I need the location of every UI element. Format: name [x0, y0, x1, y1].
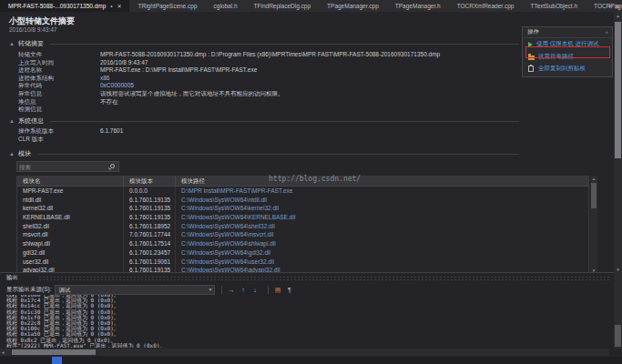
clipboard-icon: [528, 66, 534, 72]
output-source-value: 调试: [58, 287, 70, 293]
tab-file-3[interactable]: TFindReplaceDlg.cpp: [246, 0, 320, 12]
output-source-label: 显示输出来源(S):: [6, 286, 51, 294]
summary-field-row: 操作系统版本6.1.7601: [18, 127, 519, 136]
system-info-fields: 操作系统版本6.1.7601 CLR 版本: [18, 127, 519, 143]
collapse-arrow-icon: ▲: [9, 118, 15, 124]
summary-field-row: 检测信息: [18, 106, 519, 114]
section-dump-summary-header[interactable]: ▲ 转储摘要: [9, 39, 519, 48]
actions-panel: 操作 ˄ 使用 仅限本机 进行调试 设置符号路径 全部复制到剪贴板: [522, 26, 613, 77]
module-row[interactable]: msvcrt.dll7.0.7601.17744C:\Windows\SysWO…: [17, 230, 588, 239]
section-modules-header[interactable]: ▲ 模块: [9, 149, 519, 158]
chevron-down-icon[interactable]: ▾: [608, 3, 611, 9]
actions-panel-header[interactable]: 操作 ˄: [523, 27, 612, 38]
summary-field-row: CLR 版本: [18, 136, 519, 144]
watermark: http://blog.csdn.net/: [269, 175, 361, 183]
module-row[interactable]: advapi32.dll6.1.7601.19135C:\Windows\Sys…: [17, 266, 588, 273]
output-horizontal-scrollbar[interactable]: ◂: [0, 349, 609, 356]
tab-label: TPageManager.h: [395, 3, 441, 9]
status-bar: [0, 357, 622, 364]
tab-file-1[interactable]: TRightPageScene.cpp: [129, 0, 205, 12]
titlebar-grip: [38, 276, 609, 280]
summary-field-row: 堆信息不存在: [18, 98, 519, 106]
section-rule: [50, 121, 519, 122]
scrollbar-thumb[interactable]: [591, 183, 597, 208]
clear-all-icon[interactable]: ▤: [272, 285, 282, 295]
chevron-up-icon[interactable]: ˄: [605, 30, 608, 35]
scrollbar-thumb[interactable]: [615, 22, 621, 158]
summary-field-row: 异常代码0xC0000005: [18, 82, 519, 90]
vs-window: MPR-FAST-5088-...0930171350.dmp ▪ ✕ TRig…: [0, 0, 622, 364]
section-system-info-header[interactable]: ▲ 系统信息: [9, 116, 519, 126]
chevron-down-icon: ▼: [209, 286, 213, 294]
pin-icon[interactable]: ▪: [110, 4, 112, 9]
output-source-dropdown[interactable]: 调试 ▼: [55, 285, 215, 295]
page-scrollbar[interactable]: ▴ ▾: [614, 12, 622, 273]
scrollbar-thumb[interactable]: [615, 325, 621, 347]
column-header-module-name[interactable]: 模块名: [17, 177, 124, 186]
scrollbar-thumb[interactable]: [12, 349, 96, 355]
tab-label: TPageManager.cpp: [327, 3, 379, 9]
scroll-up-icon[interactable]: ▴: [614, 13, 622, 18]
module-row[interactable]: ntdll.dll6.1.7601.19135C:\Windows\SysWOW…: [17, 196, 588, 205]
tab-file-6[interactable]: TOCRXmlReader.cpp: [449, 0, 523, 12]
column-header-module-path[interactable]: 模块路径: [176, 177, 588, 186]
tab-dump-file[interactable]: MPR-FAST-5088-...0930171350.dmp ▪ ✕: [0, 0, 129, 12]
section-rule: [50, 44, 519, 45]
column-header-module-version[interactable]: 模块版本: [124, 177, 176, 186]
output-line: 程序"[2922] MPR-FAST.exe" 已退出，返回值为 0 (0x0)…: [6, 343, 609, 348]
output-vertical-scrollbar[interactable]: [614, 273, 622, 349]
actions-title: 操作: [527, 28, 539, 36]
module-search-input[interactable]: [19, 162, 106, 171]
next-message-icon[interactable]: ↓: [250, 285, 260, 295]
scroll-down-icon[interactable]: ▾: [614, 267, 622, 272]
word-wrap-icon[interactable]: ¶: [284, 285, 294, 295]
summary-field-row: 异常信息该线程尝试读写某个虚拟地址，而它对该地址不具有相应的访问权限。: [18, 90, 519, 98]
window-list-icon[interactable]: ▣: [615, 3, 620, 9]
output-window: 输出 显示输出来源(S): 调试 ▼ → ↑ ↓ ▤ ¶ 线程 0x1688 已…: [0, 273, 622, 357]
tab-file-2[interactable]: cglobal.h: [206, 0, 246, 12]
tab-file-7[interactable]: TTextSubObject.h: [522, 0, 586, 12]
output-toolbar: 显示输出来源(S): 调试 ▼ → ↑ ↓ ▤ ¶: [0, 283, 622, 296]
toolbar-separator: [221, 286, 222, 294]
section-title: 模块: [18, 149, 31, 158]
goto-source-icon[interactable]: →: [226, 285, 236, 295]
scroll-up-icon[interactable]: ▴: [590, 176, 597, 181]
collapse-arrow-icon: ▲: [9, 151, 15, 157]
module-row[interactable]: gdi32.dll6.1.7601.23457C:\Windows\SysWOW…: [17, 248, 588, 258]
module-row[interactable]: shlwapi.dll6.1.7601.17514C:\Windows\SysW…: [17, 239, 588, 248]
scroll-left-icon[interactable]: ◂: [2, 349, 5, 356]
dump-summary-fields: 转储文件MPR-FAST-5088-20160930171350.dmp : D…: [18, 51, 519, 114]
module-row[interactable]: user32.dll6.1.7601.19061C:\Windows\SysWO…: [17, 258, 588, 267]
action-copy-all-to-clipboard[interactable]: 全部复制到剪贴板: [528, 65, 586, 73]
section-title: 转储摘要: [18, 39, 44, 48]
module-row[interactable]: KERNELBASE.dll6.1.7601.19135C:\Windows\S…: [17, 213, 588, 222]
tab-label: TOCRXmlReader.cpp: [457, 3, 515, 9]
page-timestamp: 2016/10/8 9:43:47: [9, 26, 56, 33]
modules-table-scrollbar[interactable]: ▴ ▾: [590, 176, 597, 273]
collapse-arrow-icon: ▲: [9, 41, 15, 46]
tab-label: TFindReplaceDlg.cpp: [254, 3, 311, 9]
tab-file-5[interactable]: TPageManager.h: [387, 0, 449, 12]
close-icon[interactable]: ✕: [117, 3, 121, 9]
output-title: 输出: [6, 274, 18, 282]
tab-label: MPR-FAST-5088-...0930171350.dmp: [8, 3, 106, 9]
module-search-box: [16, 161, 119, 172]
summary-field-row: 上次写入时间2016/10/8 9:43:47: [18, 59, 519, 67]
tab-label: TRightPageScene.cpp: [138, 3, 197, 9]
tab-label: cglobal.h: [214, 3, 238, 9]
document-tab-bar: MPR-FAST-5088-...0930171350.dmp ▪ ✕ TRig…: [0, 0, 622, 12]
toolbar-separator: [268, 286, 269, 294]
summary-field-row: 进程名称MPR-FAST.exe : D:\MPR Install\MPR-FA…: [18, 66, 519, 75]
module-row[interactable]: shell32.dll6.1.7601.18952C:\Windows\SysW…: [17, 222, 588, 231]
prev-message-icon[interactable]: ↑: [238, 285, 248, 295]
output-titlebar[interactable]: 输出: [0, 273, 622, 283]
tab-file-4[interactable]: TPageManager.cpp: [319, 0, 387, 12]
status-indicator: [52, 357, 62, 364]
module-row[interactable]: kernel32.dll6.1.7601.19135C:\Windows\Sys…: [17, 204, 588, 213]
summary-field-row: 转储文件MPR-FAST-5088-20160930171350.dmp : D…: [18, 51, 519, 59]
output-log[interactable]: 线程 0x1688 已退出，返回值为 0 (0x0)。 线程 0x17c4 已退…: [6, 295, 609, 348]
tab-label: TTextSubObject.h: [530, 3, 577, 9]
search-icon[interactable]: [110, 164, 115, 168]
summary-field-row: 进程体系结构x86: [18, 75, 519, 83]
module-row[interactable]: MPR-FAST.exe0.0.0.0D:\MPR Install\MPR-FA…: [17, 187, 588, 196]
